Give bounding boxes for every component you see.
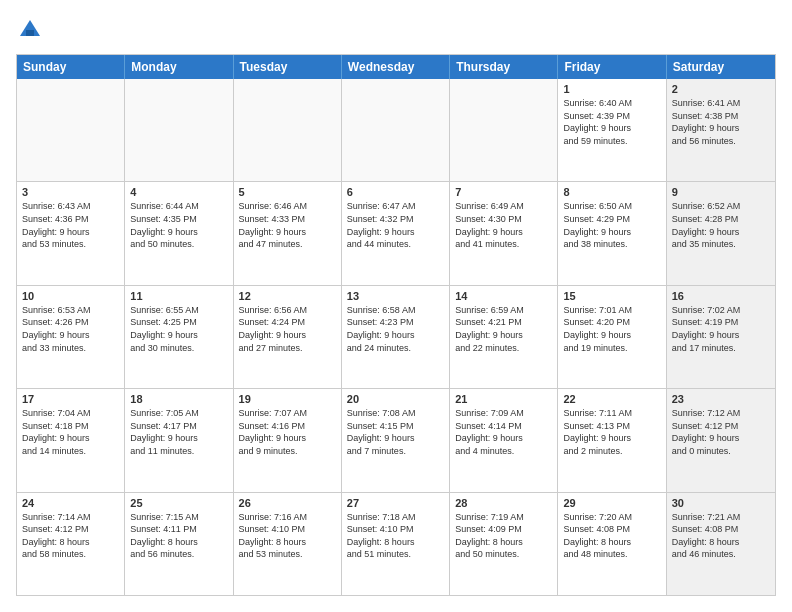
- calendar-cell: 1Sunrise: 6:40 AM Sunset: 4:39 PM Daylig…: [558, 79, 666, 181]
- day-number: 14: [455, 290, 552, 302]
- day-number: 29: [563, 497, 660, 509]
- calendar-cell: 25Sunrise: 7:15 AM Sunset: 4:11 PM Dayli…: [125, 493, 233, 595]
- calendar-cell: 27Sunrise: 7:18 AM Sunset: 4:10 PM Dayli…: [342, 493, 450, 595]
- day-number: 13: [347, 290, 444, 302]
- day-info: Sunrise: 6:41 AM Sunset: 4:38 PM Dayligh…: [672, 97, 770, 147]
- calendar-cell: 30Sunrise: 7:21 AM Sunset: 4:08 PM Dayli…: [667, 493, 775, 595]
- weekday-header: Friday: [558, 55, 666, 79]
- calendar-header: SundayMondayTuesdayWednesdayThursdayFrid…: [17, 55, 775, 79]
- weekday-header: Tuesday: [234, 55, 342, 79]
- calendar-cell: 21Sunrise: 7:09 AM Sunset: 4:14 PM Dayli…: [450, 389, 558, 491]
- day-number: 21: [455, 393, 552, 405]
- calendar-cell: 16Sunrise: 7:02 AM Sunset: 4:19 PM Dayli…: [667, 286, 775, 388]
- calendar-row: 3Sunrise: 6:43 AM Sunset: 4:36 PM Daylig…: [17, 181, 775, 284]
- weekday-header: Saturday: [667, 55, 775, 79]
- weekday-header: Sunday: [17, 55, 125, 79]
- day-number: 11: [130, 290, 227, 302]
- day-number: 8: [563, 186, 660, 198]
- day-number: 24: [22, 497, 119, 509]
- calendar-row: 17Sunrise: 7:04 AM Sunset: 4:18 PM Dayli…: [17, 388, 775, 491]
- calendar-cell: 2Sunrise: 6:41 AM Sunset: 4:38 PM Daylig…: [667, 79, 775, 181]
- logo-icon: [16, 16, 44, 44]
- logo: [16, 16, 48, 44]
- day-info: Sunrise: 7:14 AM Sunset: 4:12 PM Dayligh…: [22, 511, 119, 561]
- calendar-cell: 22Sunrise: 7:11 AM Sunset: 4:13 PM Dayli…: [558, 389, 666, 491]
- day-info: Sunrise: 6:53 AM Sunset: 4:26 PM Dayligh…: [22, 304, 119, 354]
- day-info: Sunrise: 7:07 AM Sunset: 4:16 PM Dayligh…: [239, 407, 336, 457]
- day-info: Sunrise: 7:16 AM Sunset: 4:10 PM Dayligh…: [239, 511, 336, 561]
- day-info: Sunrise: 6:50 AM Sunset: 4:29 PM Dayligh…: [563, 200, 660, 250]
- calendar-cell: 15Sunrise: 7:01 AM Sunset: 4:20 PM Dayli…: [558, 286, 666, 388]
- day-info: Sunrise: 6:44 AM Sunset: 4:35 PM Dayligh…: [130, 200, 227, 250]
- day-number: 19: [239, 393, 336, 405]
- calendar-cell: 17Sunrise: 7:04 AM Sunset: 4:18 PM Dayli…: [17, 389, 125, 491]
- calendar-cell: 11Sunrise: 6:55 AM Sunset: 4:25 PM Dayli…: [125, 286, 233, 388]
- calendar-cell: 24Sunrise: 7:14 AM Sunset: 4:12 PM Dayli…: [17, 493, 125, 595]
- day-info: Sunrise: 6:59 AM Sunset: 4:21 PM Dayligh…: [455, 304, 552, 354]
- weekday-header: Thursday: [450, 55, 558, 79]
- day-number: 6: [347, 186, 444, 198]
- weekday-header: Wednesday: [342, 55, 450, 79]
- calendar-cell: [450, 79, 558, 181]
- calendar-cell: 29Sunrise: 7:20 AM Sunset: 4:08 PM Dayli…: [558, 493, 666, 595]
- day-number: 15: [563, 290, 660, 302]
- calendar-row: 10Sunrise: 6:53 AM Sunset: 4:26 PM Dayli…: [17, 285, 775, 388]
- calendar-cell: [17, 79, 125, 181]
- day-number: 16: [672, 290, 770, 302]
- calendar-cell: 7Sunrise: 6:49 AM Sunset: 4:30 PM Daylig…: [450, 182, 558, 284]
- day-info: Sunrise: 7:19 AM Sunset: 4:09 PM Dayligh…: [455, 511, 552, 561]
- day-number: 9: [672, 186, 770, 198]
- day-number: 2: [672, 83, 770, 95]
- day-info: Sunrise: 7:18 AM Sunset: 4:10 PM Dayligh…: [347, 511, 444, 561]
- calendar-cell: 10Sunrise: 6:53 AM Sunset: 4:26 PM Dayli…: [17, 286, 125, 388]
- day-number: 23: [672, 393, 770, 405]
- day-info: Sunrise: 7:09 AM Sunset: 4:14 PM Dayligh…: [455, 407, 552, 457]
- day-number: 7: [455, 186, 552, 198]
- day-number: 18: [130, 393, 227, 405]
- calendar: SundayMondayTuesdayWednesdayThursdayFrid…: [16, 54, 776, 596]
- calendar-cell: 23Sunrise: 7:12 AM Sunset: 4:12 PM Dayli…: [667, 389, 775, 491]
- calendar-cell: 9Sunrise: 6:52 AM Sunset: 4:28 PM Daylig…: [667, 182, 775, 284]
- day-number: 12: [239, 290, 336, 302]
- day-number: 17: [22, 393, 119, 405]
- day-info: Sunrise: 7:02 AM Sunset: 4:19 PM Dayligh…: [672, 304, 770, 354]
- day-info: Sunrise: 6:47 AM Sunset: 4:32 PM Dayligh…: [347, 200, 444, 250]
- calendar-cell: 6Sunrise: 6:47 AM Sunset: 4:32 PM Daylig…: [342, 182, 450, 284]
- calendar-row: 24Sunrise: 7:14 AM Sunset: 4:12 PM Dayli…: [17, 492, 775, 595]
- day-number: 3: [22, 186, 119, 198]
- day-info: Sunrise: 7:08 AM Sunset: 4:15 PM Dayligh…: [347, 407, 444, 457]
- calendar-cell: 28Sunrise: 7:19 AM Sunset: 4:09 PM Dayli…: [450, 493, 558, 595]
- day-number: 30: [672, 497, 770, 509]
- day-number: 27: [347, 497, 444, 509]
- day-info: Sunrise: 6:43 AM Sunset: 4:36 PM Dayligh…: [22, 200, 119, 250]
- day-info: Sunrise: 7:15 AM Sunset: 4:11 PM Dayligh…: [130, 511, 227, 561]
- calendar-row: 1Sunrise: 6:40 AM Sunset: 4:39 PM Daylig…: [17, 79, 775, 181]
- day-number: 22: [563, 393, 660, 405]
- page: SundayMondayTuesdayWednesdayThursdayFrid…: [0, 0, 792, 612]
- day-info: Sunrise: 7:04 AM Sunset: 4:18 PM Dayligh…: [22, 407, 119, 457]
- day-number: 25: [130, 497, 227, 509]
- header: [16, 16, 776, 44]
- calendar-cell: [234, 79, 342, 181]
- day-number: 1: [563, 83, 660, 95]
- calendar-cell: 5Sunrise: 6:46 AM Sunset: 4:33 PM Daylig…: [234, 182, 342, 284]
- day-info: Sunrise: 7:20 AM Sunset: 4:08 PM Dayligh…: [563, 511, 660, 561]
- calendar-cell: [125, 79, 233, 181]
- calendar-cell: 19Sunrise: 7:07 AM Sunset: 4:16 PM Dayli…: [234, 389, 342, 491]
- day-info: Sunrise: 7:21 AM Sunset: 4:08 PM Dayligh…: [672, 511, 770, 561]
- day-number: 10: [22, 290, 119, 302]
- calendar-cell: 20Sunrise: 7:08 AM Sunset: 4:15 PM Dayli…: [342, 389, 450, 491]
- calendar-cell: 12Sunrise: 6:56 AM Sunset: 4:24 PM Dayli…: [234, 286, 342, 388]
- day-number: 5: [239, 186, 336, 198]
- svg-rect-1: [26, 30, 34, 36]
- day-info: Sunrise: 6:56 AM Sunset: 4:24 PM Dayligh…: [239, 304, 336, 354]
- day-info: Sunrise: 7:11 AM Sunset: 4:13 PM Dayligh…: [563, 407, 660, 457]
- calendar-cell: 3Sunrise: 6:43 AM Sunset: 4:36 PM Daylig…: [17, 182, 125, 284]
- day-number: 26: [239, 497, 336, 509]
- calendar-cell: 18Sunrise: 7:05 AM Sunset: 4:17 PM Dayli…: [125, 389, 233, 491]
- day-info: Sunrise: 6:40 AM Sunset: 4:39 PM Dayligh…: [563, 97, 660, 147]
- calendar-cell: 14Sunrise: 6:59 AM Sunset: 4:21 PM Dayli…: [450, 286, 558, 388]
- calendar-cell: [342, 79, 450, 181]
- day-number: 28: [455, 497, 552, 509]
- weekday-header: Monday: [125, 55, 233, 79]
